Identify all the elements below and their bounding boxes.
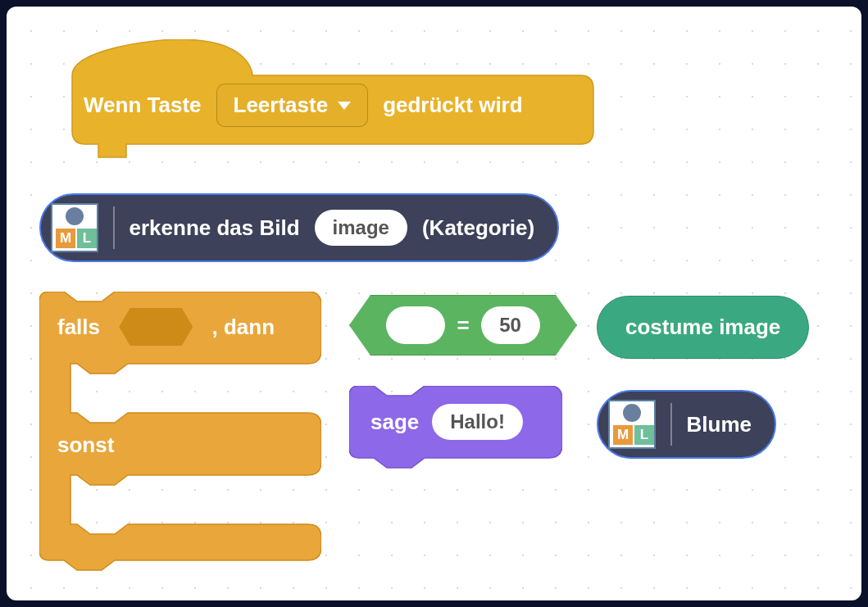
event-hat-block[interactable]: Wenn Taste Leertaste gedrückt wird: [56, 39, 551, 148]
recognize-prefix-text: erkenne das Bild: [130, 215, 300, 241]
costume-image-block[interactable]: costume image: [597, 296, 809, 359]
chevron-down-icon: [338, 102, 351, 110]
costume-label: costume image: [625, 315, 780, 340]
image-param-pill[interactable]: image: [315, 210, 407, 246]
hat-prefix-text: Wenn Taste: [84, 93, 202, 118]
operand-right-input[interactable]: 50: [481, 306, 540, 344]
boolean-slot[interactable]: [119, 308, 193, 346]
blume-block[interactable]: M L Blume: [597, 390, 776, 459]
divider: [113, 206, 115, 249]
key-dropdown[interactable]: Leertaste: [216, 84, 369, 127]
if-label: falls: [57, 315, 100, 340]
divider: [670, 403, 672, 446]
operand-left-input[interactable]: [386, 306, 445, 344]
hat-suffix-text: gedrückt wird: [383, 93, 522, 118]
recognize-image-block[interactable]: M L erkenne das Bild image (Kategorie): [39, 193, 559, 262]
recognize-suffix-text: (Kategorie): [422, 215, 534, 241]
ml-extension-icon: M L: [51, 203, 98, 252]
say-block[interactable]: sage Hallo!: [349, 386, 544, 458]
ml-extension-icon: M L: [608, 400, 656, 449]
equals-label: =: [457, 313, 469, 338]
blume-label: Blume: [687, 412, 752, 437]
then-label: , dann: [212, 315, 275, 340]
scratch-canvas[interactable]: Wenn Taste Leertaste gedrückt wird M L e…: [7, 7, 861, 600]
key-dropdown-label: Leertaste: [234, 93, 329, 118]
equals-operator-block[interactable]: = 50: [349, 295, 577, 356]
say-label: sage: [370, 410, 419, 435]
say-value-input[interactable]: Hallo!: [432, 404, 523, 440]
else-label: sonst: [57, 433, 114, 457]
